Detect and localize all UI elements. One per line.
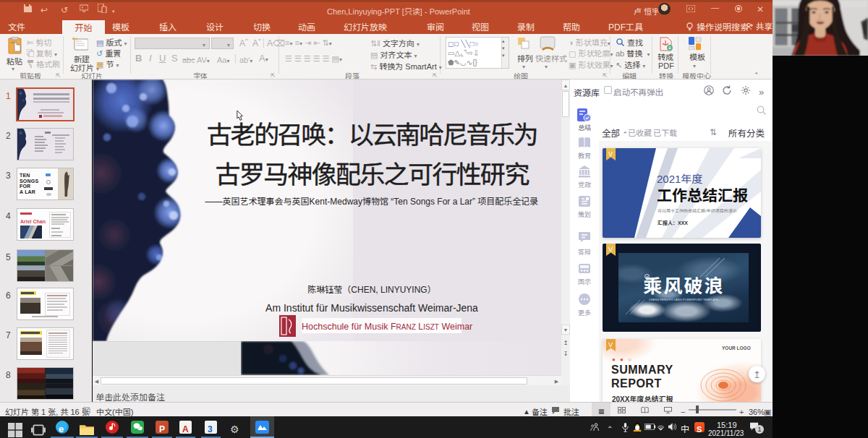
svg-text:V: V xyxy=(608,149,613,158)
svg-text:V: V xyxy=(608,244,613,254)
svg-text:V: V xyxy=(608,340,613,349)
